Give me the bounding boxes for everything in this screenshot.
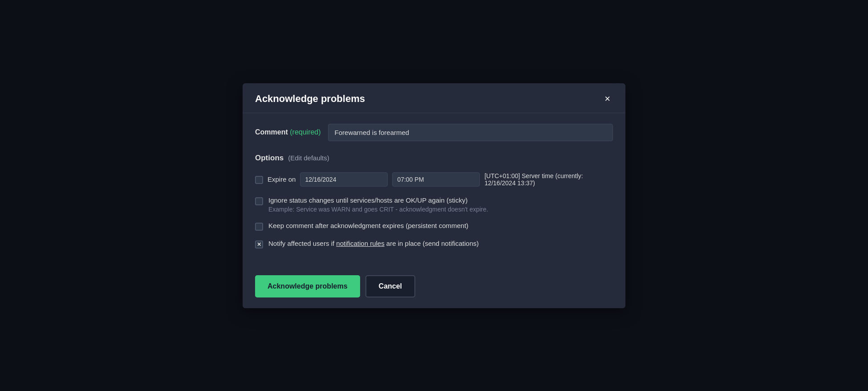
modal-overlay: Acknowledge problems × Comment (required…: [0, 0, 868, 391]
notify-pre-text: Notify affected users if: [268, 240, 336, 247]
notify-post-text: are in place (send notifications): [385, 240, 479, 247]
notify-checkbox[interactable]: [255, 240, 263, 248]
comment-label: Comment (required): [255, 128, 321, 136]
options-label: Options: [255, 154, 284, 163]
sticky-option-row: Ignore status changes until services/hos…: [255, 196, 613, 213]
notification-rules-link[interactable]: notification rules: [336, 240, 384, 247]
modal-body: Comment (required) Options (Edit default…: [243, 113, 625, 268]
options-header: Options (Edit defaults): [255, 154, 613, 163]
modal-header: Acknowledge problems ×: [243, 83, 625, 113]
acknowledge-modal: Acknowledge problems × Comment (required…: [243, 83, 625, 308]
expire-row: Expire on [UTC+01:00] Server time (curre…: [255, 172, 613, 187]
edit-defaults-link[interactable]: (Edit defaults): [288, 154, 329, 162]
cancel-button[interactable]: Cancel: [365, 275, 415, 297]
timezone-text: [UTC+01:00] Server time (currently: 12/1…: [484, 172, 613, 187]
expire-date-input[interactable]: [300, 172, 388, 187]
persistent-checkbox[interactable]: [255, 223, 263, 231]
sticky-text-block: Ignore status changes until services/hos…: [268, 196, 488, 213]
required-label: (required): [290, 128, 320, 136]
comment-row: Comment (required): [255, 124, 613, 141]
sticky-main-text: Ignore status changes until services/hos…: [268, 196, 488, 204]
notify-label: Notify affected users if notification ru…: [268, 240, 479, 247]
notify-option-row: Notify affected users if notification ru…: [255, 240, 613, 248]
persistent-label: Keep comment after acknowledgment expire…: [268, 222, 468, 229]
acknowledge-button[interactable]: Acknowledge problems: [255, 275, 360, 297]
sticky-checkbox[interactable]: [255, 197, 263, 205]
sticky-example-text: Example: Service was WARN and goes CRIT …: [268, 206, 488, 213]
modal-footer: Acknowledge problems Cancel: [243, 268, 625, 308]
persistent-option-row: Keep comment after acknowledgment expire…: [255, 222, 613, 231]
comment-input[interactable]: [328, 124, 613, 141]
modal-title: Acknowledge problems: [255, 93, 365, 105]
expire-label: Expire on: [268, 175, 296, 183]
expire-time-input[interactable]: [392, 172, 480, 187]
expire-checkbox[interactable]: [255, 176, 263, 184]
close-button[interactable]: ×: [602, 93, 613, 105]
